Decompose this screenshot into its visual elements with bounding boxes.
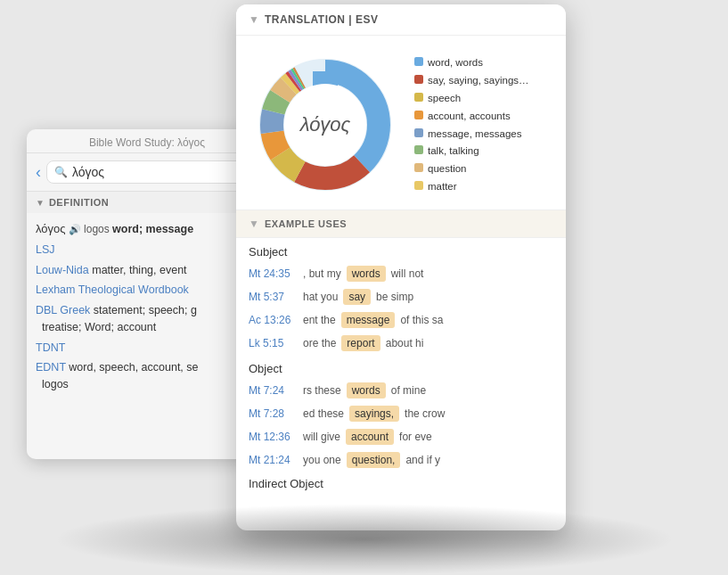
legend-label-message: message, messages <box>428 127 521 141</box>
search-icon: 🔍 <box>54 166 68 178</box>
ref-ac1326[interactable]: Ac 13:26 <box>249 314 298 326</box>
highlight-mt2124: question, <box>347 452 401 468</box>
tdnt-link[interactable]: TDNT <box>36 341 65 354</box>
legend-label-account: account, accounts <box>428 110 511 123</box>
row-text-mt537-before: hat you <box>303 291 338 303</box>
filter-icon[interactable]: ▼ <box>249 13 259 26</box>
legend-label-matter: matter <box>428 180 457 193</box>
greek-word: λόγος <box>36 222 66 235</box>
object-group-label: Object <box>236 355 566 379</box>
ednt-link[interactable]: EDNT <box>36 361 66 374</box>
legend-label-words: word, words <box>428 56 483 70</box>
row-text-lk515-after: about hi <box>386 337 424 349</box>
legend-label-talk: talk, talking <box>428 144 479 158</box>
row-text-mt537-after: be simp <box>376 291 413 303</box>
legend-color-speech <box>414 93 423 102</box>
transliteration: logos <box>84 223 112 235</box>
example-content: Subject Mt 24:35 , but my words will not… <box>236 238 566 494</box>
search-bar: ‹ 🔍 λόγος <box>27 153 267 192</box>
example-row-mt537: Mt 5:37 hat you say be simp <box>236 285 566 308</box>
legend-color-question <box>414 163 423 172</box>
legend-color-message <box>414 128 423 137</box>
legend-item-matter: matter <box>414 180 529 193</box>
ref-mt724[interactable]: Mt 7:24 <box>249 384 298 397</box>
row-text-mt2435-before: , but my <box>303 267 341 280</box>
example-filter-icon[interactable]: ▼ <box>249 218 259 230</box>
row-text-mt2124-after: and if y <box>405 454 440 466</box>
example-row-mt1236: Mt 12:36 will give account for eve <box>236 425 566 448</box>
triangle-icon: ▼ <box>36 198 45 208</box>
highlight-mt2435: words <box>347 266 386 282</box>
translation-title: TRANSLATION | ESV <box>265 13 379 26</box>
legend-label-speech: speech <box>428 92 461 105</box>
ref-mt2435[interactable]: Mt 24:35 <box>249 267 298 280</box>
example-row-mt728: Mt 7:28 ed these sayings, the crow <box>236 402 566 425</box>
louw-nida-link[interactable]: Louw-Nida <box>36 264 89 276</box>
legend-item-message: message, messages <box>414 127 529 141</box>
legend-item-say: say, saying, sayings… <box>414 74 529 87</box>
row-text-mt1236-after: for eve <box>399 431 432 443</box>
legend-item-question: question <box>414 162 529 176</box>
dbl-row: DBL Greek statement; speech; g treatise;… <box>36 302 258 336</box>
louw-nida-text: matter, thing, event <box>92 264 186 276</box>
highlight-lk515: report <box>341 335 380 351</box>
legend-item-words: word, words <box>414 56 529 70</box>
translation-header: ▼ TRANSLATION | ESV <box>236 4 566 36</box>
definition-content: λόγος 🔊 logos word; message LSJ Louw-Nid… <box>27 213 267 404</box>
ednt-row: EDNT word, speech, account, se logos <box>36 359 258 393</box>
lexham-row: Lexham Theological Wordbook <box>36 282 258 299</box>
bottom-shadow <box>53 504 676 575</box>
legend-item-speech: speech <box>414 92 529 105</box>
panel-back-title: Bible Word Study: λόγος <box>27 129 267 153</box>
example-row-ac1326: Ac 13:26 ent the message of this sa <box>236 308 566 332</box>
main-meaning: word; message <box>112 223 193 235</box>
indirect-object-label: Indirect Object <box>236 472 566 494</box>
lexham-link[interactable]: Lexham Theological Wordbook <box>36 283 189 296</box>
dbl-link[interactable]: DBL Greek <box>36 304 90 316</box>
example-row-lk515: Lk 5:15 ore the report about hi <box>236 332 566 355</box>
highlight-mt1236: account <box>346 429 394 445</box>
row-text-ac1326-before: ent the <box>303 314 336 326</box>
example-row-mt2124: Mt 21:24 you one question, and if y <box>236 448 566 472</box>
lsj-link[interactable]: LSJ <box>36 243 55 256</box>
ref-mt2124[interactable]: Mt 21:24 <box>249 454 298 466</box>
example-row-mt724: Mt 7:24 rs these words of mine <box>236 379 566 402</box>
donut-center-label: λόγος <box>300 113 350 136</box>
definition-section-header: ▼ DEFINITION <box>27 192 267 213</box>
legend-color-say <box>414 75 423 84</box>
row-text-mt728-before: ed these <box>303 407 344 420</box>
legend-label-question: question <box>428 162 466 176</box>
chart-area: λόγος word, words say, saying, sayings… … <box>236 36 566 209</box>
legend-color-matter <box>414 181 423 190</box>
ref-mt1236[interactable]: Mt 12:36 <box>249 431 298 443</box>
louw-nida-row: Louw-Nida matter, thing, event <box>36 262 258 279</box>
highlight-ac1326: message <box>341 312 396 328</box>
ref-lk515[interactable]: Lk 5:15 <box>249 337 298 349</box>
highlight-mt724: words <box>347 382 386 398</box>
back-button[interactable]: ‹ <box>36 163 41 182</box>
legend-color-words <box>414 57 423 66</box>
row-text-ac1326-after: of this sa <box>400 314 443 326</box>
main-definition: λόγος 🔊 logos word; message <box>36 220 258 238</box>
donut-chart: λόγος <box>245 53 405 196</box>
search-input-box[interactable]: 🔍 λόγος <box>46 160 258 184</box>
legend-color-talk <box>414 145 423 154</box>
highlight-mt728: sayings, <box>349 406 399 422</box>
word-study-panel: Bible Word Study: λόγος ‹ 🔍 λόγος ▼ DEFI… <box>27 129 267 459</box>
example-row-mt2435: Mt 24:35 , but my words will not <box>236 262 566 285</box>
sound-icon[interactable]: 🔊 <box>69 224 84 234</box>
row-text-mt2124-before: you one <box>303 454 341 466</box>
row-text-mt2435-after: will not <box>391 267 424 280</box>
ref-mt728[interactable]: Mt 7:28 <box>249 407 298 420</box>
row-text-mt724-after: of mine <box>391 384 426 397</box>
example-uses-label: EXAMPLE USES <box>265 218 347 229</box>
tdnt-row: TDNT <box>36 340 258 357</box>
legend-label-say: say, saying, sayings… <box>428 74 529 87</box>
ref-mt537[interactable]: Mt 5:37 <box>249 291 298 303</box>
legend-color-account <box>414 111 423 119</box>
translation-panel: ▼ TRANSLATION | ESV <box>236 4 566 530</box>
chart-legend: word, words say, saying, sayings… speech… <box>414 56 529 194</box>
lsj-row: LSJ <box>36 242 258 259</box>
legend-item-account: account, accounts <box>414 110 529 123</box>
highlight-mt537: say <box>343 289 371 305</box>
